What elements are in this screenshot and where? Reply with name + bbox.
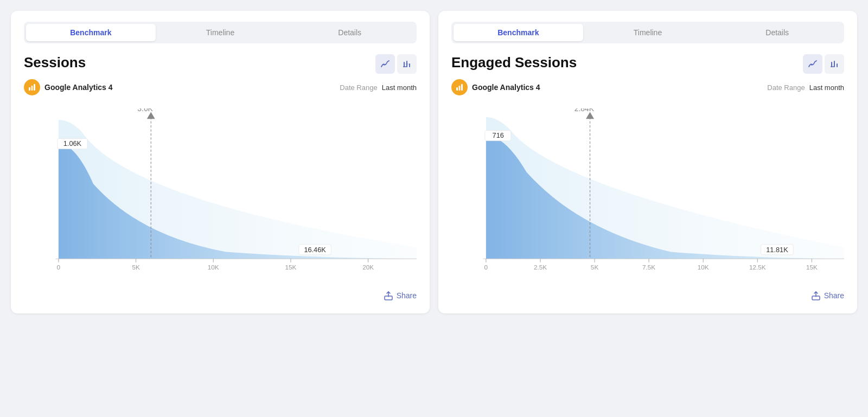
svg-text:10K: 10K	[208, 264, 219, 271]
tabs-sessions: Benchmark Timeline Details	[24, 22, 417, 43]
sessions-chart: 3.6K 1.06K 16.46K 0 5K 10K 15K 20K	[24, 108, 417, 282]
sessions-chart-svg: 3.6K 1.06K 16.46K 0 5K 10K 15K 20K	[24, 108, 417, 282]
sessions-icon-buttons	[375, 54, 417, 74]
chart-bar-icon	[402, 59, 412, 69]
engaged-chart: 2.84K 716 11.81K 0 2.5K 5K 7.5K 10K 12.5…	[451, 108, 844, 282]
svg-text:20K: 20K	[362, 264, 374, 271]
sessions-source-left: Google Analytics 4	[24, 79, 113, 95]
svg-rect-35	[461, 84, 463, 91]
svg-rect-33	[456, 87, 458, 91]
svg-text:2.5K: 2.5K	[534, 264, 547, 271]
svg-text:15K: 15K	[285, 264, 296, 271]
tab-details-engaged[interactable]: Details	[712, 24, 842, 41]
tab-benchmark-sessions[interactable]: Benchmark	[26, 24, 156, 41]
svg-rect-6	[29, 87, 30, 91]
svg-text:3.6K: 3.6K	[137, 108, 153, 113]
engaged-chart-svg: 2.84K 716 11.81K 0 2.5K 5K 7.5K 10K 12.5…	[451, 108, 844, 282]
engaged-date-range-value: Last month	[809, 84, 844, 92]
svg-rect-34	[459, 86, 461, 91]
sessions-date-range: Date Range Last month	[340, 84, 417, 92]
engaged-share-label: Share	[824, 291, 844, 300]
chart-bar-icon-2	[829, 59, 839, 69]
svg-text:0: 0	[57, 264, 61, 271]
engaged-date-range: Date Range Last month	[767, 84, 844, 92]
sessions-source-name: Google Analytics 4	[44, 83, 113, 92]
sessions-share-row[interactable]: Share	[24, 291, 417, 300]
sessions-card: Benchmark Timeline Details Sessions	[11, 11, 430, 313]
google-analytics-icon-2	[451, 79, 468, 95]
engaged-date-range-label: Date Range	[767, 84, 805, 92]
svg-text:0: 0	[484, 264, 488, 271]
svg-text:5K: 5K	[591, 264, 599, 271]
engaged-source-left: Google Analytics 4	[451, 79, 540, 95]
svg-text:716: 716	[493, 131, 504, 139]
engaged-icon-buttons	[803, 54, 844, 74]
tab-timeline-engaged[interactable]: Timeline	[583, 24, 713, 41]
sessions-source-row: Google Analytics 4 Date Range Last month	[24, 79, 417, 95]
svg-text:11.81K: 11.81K	[766, 246, 788, 254]
chart-line-icon	[380, 59, 390, 69]
tab-timeline-sessions[interactable]: Timeline	[156, 24, 285, 41]
sessions-title: Sessions	[24, 54, 86, 71]
sessions-header: Sessions	[24, 54, 417, 74]
svg-text:12.5K: 12.5K	[749, 264, 766, 271]
chart-line-icon-btn[interactable]	[375, 54, 395, 74]
svg-text:15K: 15K	[806, 264, 818, 271]
tab-details-sessions[interactable]: Details	[285, 24, 414, 41]
svg-rect-7	[31, 86, 33, 91]
share-icon-2	[811, 291, 821, 300]
engaged-header: Engaged Sessions	[451, 54, 844, 74]
chart-line-icon-btn-2[interactable]	[803, 54, 822, 74]
chart-bar-icon-btn[interactable]	[397, 54, 417, 74]
svg-text:2.84K: 2.84K	[575, 108, 595, 113]
engaged-source-row: Google Analytics 4 Date Range Last month	[451, 79, 844, 95]
svg-text:1.06K: 1.06K	[63, 139, 82, 147]
sessions-share-label: Share	[397, 291, 417, 300]
svg-point-28	[811, 64, 813, 66]
svg-text:7.5K: 7.5K	[642, 264, 655, 271]
tab-benchmark-engaged[interactable]: Benchmark	[454, 24, 583, 41]
svg-rect-8	[34, 84, 35, 91]
engaged-share-row[interactable]: Share	[451, 291, 844, 300]
chart-line-icon-2	[808, 59, 818, 69]
engaged-title: Engaged Sessions	[451, 54, 577, 71]
chart-bar-icon-btn-2[interactable]	[825, 54, 844, 74]
share-icon-1	[384, 291, 393, 300]
svg-text:5K: 5K	[132, 264, 140, 271]
svg-text:10K: 10K	[698, 264, 709, 271]
sessions-date-range-value: Last month	[382, 84, 417, 92]
tabs-engaged: Benchmark Timeline Details	[451, 22, 844, 43]
engaged-source-name: Google Analytics 4	[472, 83, 540, 92]
engaged-sessions-card: Benchmark Timeline Details Engaged Sessi…	[438, 11, 857, 313]
svg-point-0	[384, 64, 385, 66]
svg-text:16.46K: 16.46K	[304, 246, 326, 254]
google-analytics-icon-1	[24, 79, 40, 95]
sessions-date-range-label: Date Range	[340, 84, 377, 92]
